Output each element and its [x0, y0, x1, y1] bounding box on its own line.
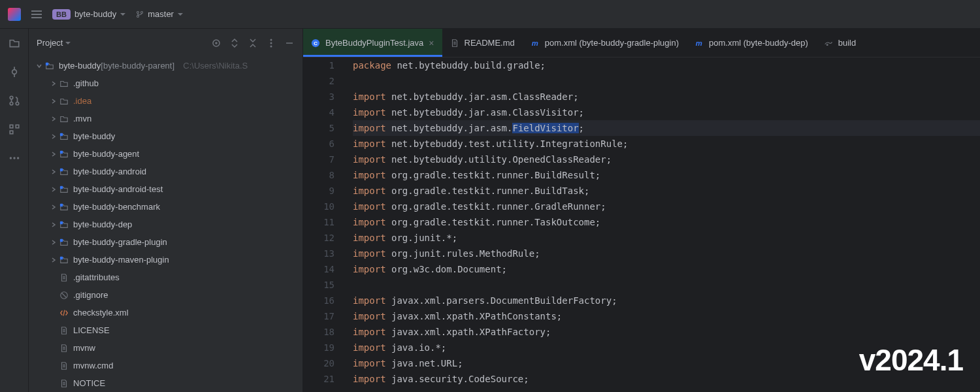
code-line[interactable]: import org.gradle.testkit.runner.BuildTa…	[353, 183, 980, 199]
chevron-right-icon	[48, 221, 59, 228]
class-icon: C	[311, 39, 320, 48]
textfile-icon	[59, 273, 69, 282]
tree-item[interactable]: byte-buddy-gradle-plugin	[29, 233, 302, 251]
tree-item-label: byte-buddy-maven-plugin	[73, 255, 169, 265]
tree-item[interactable]: mvnw	[29, 339, 302, 357]
tree-item-label: NOTICE	[73, 378, 105, 388]
structure-tool-icon[interactable]	[8, 123, 21, 136]
hide-panel-button[interactable]	[284, 38, 295, 48]
line-number: 8	[303, 167, 335, 183]
select-opened-file-button[interactable]	[211, 38, 221, 48]
line-number: 6	[303, 136, 335, 152]
tree-item[interactable]: byte-buddy-maven-plugin	[29, 251, 302, 269]
svg-point-0	[137, 11, 139, 13]
line-number: 1	[303, 57, 335, 73]
tree-item[interactable]: byte-buddy-dep	[29, 216, 302, 233]
line-number: 21	[303, 371, 335, 387]
code-line[interactable]: import javax.xml.parsers.DocumentBuilder…	[353, 293, 980, 308]
module-icon	[44, 61, 55, 71]
svg-rect-20	[60, 151, 63, 154]
editor-tab[interactable]: mpom.xml (byte-buddy-gradle-plugin)	[523, 29, 687, 57]
code-line[interactable]: import org.junit.rules.MethodRule;	[353, 246, 980, 261]
tree-item[interactable]: checkstyle.xml	[29, 304, 302, 321]
editor-tab[interactable]: CByteBuddyPluginTest.java×	[303, 29, 442, 57]
tree-item-label: byte-buddy-gradle-plugin	[73, 237, 167, 247]
line-number: 9	[303, 183, 335, 199]
code-line[interactable]: import net.bytebuddy.utility.OpenedClass…	[353, 152, 980, 167]
tree-item[interactable]: byte-buddy	[29, 127, 302, 145]
code-line[interactable]: import net.bytebuddy.jar.asm.FieldVisito…	[353, 120, 980, 136]
tree-item[interactable]: byte-buddy-benchmark	[29, 198, 302, 216]
editor-tab[interactable]: README.md	[442, 29, 523, 57]
code-line[interactable]: import org.w3c.dom.Document;	[353, 261, 980, 277]
project-selector[interactable]: BB byte-buddy	[52, 9, 125, 20]
tree-item[interactable]: byte-buddy-android	[29, 163, 302, 180]
tree-item[interactable]: byte-buddy-agent	[29, 145, 302, 163]
tab-label: pom.xml (byte-buddy-gradle-plugin)	[545, 38, 679, 48]
code-line[interactable]: import net.bytebuddy.test.utility.Integr…	[353, 136, 980, 152]
svg-rect-25	[60, 239, 63, 242]
tree-item[interactable]: .mvn	[29, 110, 302, 127]
tab-label: pom.xml (byte-buddy-dep)	[709, 38, 808, 48]
code-line[interactable]: import org.gradle.testkit.runner.BuildRe…	[353, 167, 980, 183]
collapse-all-button[interactable]	[248, 38, 258, 48]
maven-icon: m	[531, 39, 540, 48]
code-line[interactable]: import javax.xml.xpath.XPathFactory;	[353, 324, 980, 340]
project-tree[interactable]: byte-buddy [byte-buddy-parent] C:\Users\…	[29, 57, 302, 392]
tree-item[interactable]: .idea	[29, 92, 302, 110]
code-line[interactable]: import net.bytebuddy.jar.asm.ClassVisito…	[353, 105, 980, 120]
code-line[interactable]: import org.gradle.testkit.runner.TaskOut…	[353, 214, 980, 230]
panel-title[interactable]: Project	[37, 38, 208, 48]
app-icon	[8, 8, 21, 21]
tree-item-label: byte-buddy-benchmark	[73, 202, 160, 212]
line-number: 16	[303, 293, 335, 308]
editor-tab[interactable]: build	[816, 29, 864, 57]
panel-options-button[interactable]	[266, 38, 276, 48]
expand-all-button[interactable]	[229, 38, 240, 48]
tree-item-label: byte-buddy	[73, 131, 115, 141]
code-line[interactable]: package net.bytebuddy.build.gradle;	[353, 57, 980, 73]
svg-point-14	[216, 42, 217, 44]
md-icon	[450, 39, 459, 48]
tree-item[interactable]: .gitattributes	[29, 269, 302, 286]
svg-point-11	[13, 157, 15, 159]
tree-item[interactable]: .github	[29, 74, 302, 92]
code-line[interactable]	[353, 277, 980, 293]
svg-point-6	[16, 102, 19, 105]
code-line[interactable]: import net.bytebuddy.jar.asm.ClassReader…	[353, 89, 980, 105]
close-icon[interactable]: ×	[429, 38, 434, 48]
chevron-right-icon	[48, 151, 59, 157]
commit-tool-icon[interactable]	[8, 65, 21, 78]
tree-item[interactable]: LICENSE	[29, 321, 302, 339]
tree-item[interactable]: .gitignore	[29, 286, 302, 304]
chevron-right-icon	[48, 186, 59, 193]
editor-tab[interactable]: mpom.xml (byte-buddy-dep)	[687, 29, 816, 57]
code-line[interactable]: import javax.xml.xpath.XPathConstants;	[353, 308, 980, 324]
code-line[interactable]: import org.gradle.testkit.runner.GradleR…	[353, 199, 980, 214]
code-line[interactable]	[353, 73, 980, 89]
code-line[interactable]: import org.junit.*;	[353, 230, 980, 246]
module-icon	[59, 220, 69, 229]
tree-item[interactable]: mvnw.cmd	[29, 357, 302, 374]
project-tool-icon[interactable]	[8, 37, 21, 50]
svg-text:m: m	[532, 39, 538, 46]
line-number: 13	[303, 246, 335, 261]
main-menu-button[interactable]	[31, 10, 42, 18]
more-tool-icon[interactable]	[8, 152, 21, 165]
line-number: 15	[303, 277, 335, 293]
branch-selector[interactable]: master	[136, 9, 183, 19]
tree-item-label: .gitignore	[73, 290, 108, 300]
svg-rect-8	[16, 125, 19, 128]
tree-item[interactable]: NOTICE	[29, 374, 302, 392]
tree-root[interactable]: byte-buddy [byte-buddy-parent] C:\Users\…	[29, 57, 302, 74]
branch-name: master	[148, 9, 174, 19]
tree-item[interactable]: byte-buddy-android-test	[29, 180, 302, 198]
svg-point-3	[12, 70, 16, 74]
svg-rect-26	[60, 257, 63, 259]
chevron-right-icon	[48, 204, 59, 210]
tree-item-label: LICENSE	[73, 325, 110, 335]
pull-requests-tool-icon[interactable]	[8, 94, 21, 107]
svg-point-1	[137, 15, 139, 17]
chevron-right-icon	[48, 239, 59, 246]
version-watermark: v2024.1	[859, 342, 963, 378]
